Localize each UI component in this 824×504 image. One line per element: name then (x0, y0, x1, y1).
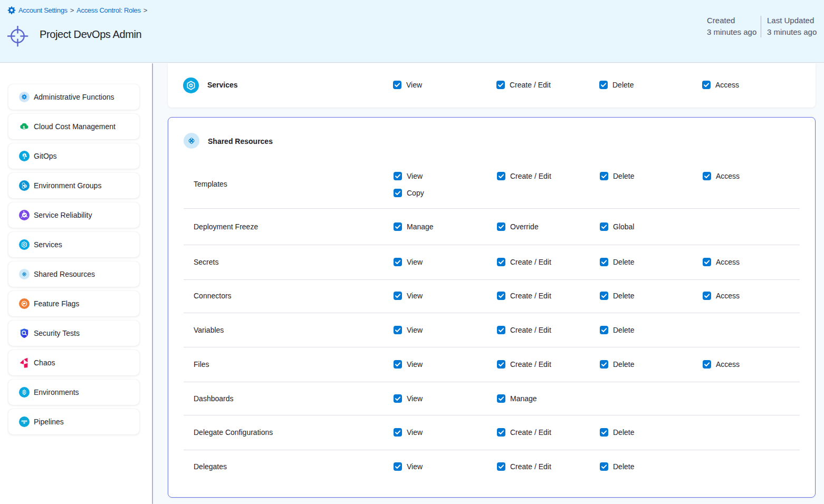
svg-text:$: $ (23, 125, 25, 130)
